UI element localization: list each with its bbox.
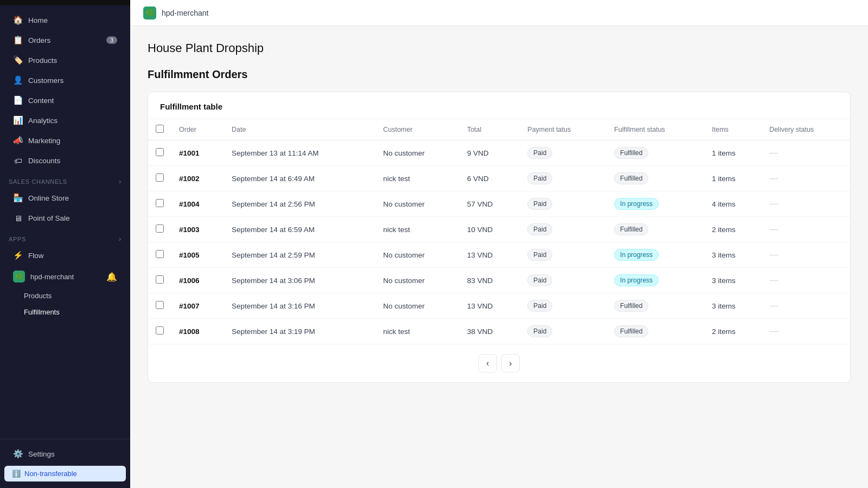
sidebar-item-settings[interactable]: ⚙️ Settings	[4, 444, 126, 464]
sidebar-item-content[interactable]: 📄 Content	[4, 91, 126, 110]
row-fulfillment-status: Fulfilled	[607, 140, 704, 166]
sidebar-item-marketing[interactable]: 📣 Marketing	[4, 131, 126, 150]
row-total: 13 VND	[459, 242, 520, 268]
row-checkbox-cell	[148, 319, 171, 344]
fulfillment-card: Fulfillment table Order Date Customer To…	[148, 92, 851, 383]
row-checkbox-cell	[148, 268, 171, 293]
sidebar-sub-label: Products	[24, 292, 52, 300]
sidebar: 🏠 Home 📋 Orders 3 🏷️ Products 👤 Customer…	[0, 0, 130, 488]
row-checkbox-cell	[148, 293, 171, 319]
online-store-icon: 🏪	[13, 193, 23, 203]
row-delivery-status: —	[762, 293, 850, 319]
row-fulfillment-status: Fulfilled	[607, 293, 704, 319]
sidebar-item-discounts[interactable]: 🏷 Discounts	[4, 151, 126, 170]
row-customer: nick test	[375, 319, 459, 344]
col-date: Date	[224, 119, 375, 140]
sidebar-item-analytics[interactable]: 📊 Analytics	[4, 111, 126, 130]
row-checkbox[interactable]	[156, 199, 164, 207]
point-of-sale-icon: 🖥	[13, 213, 23, 223]
sidebar-item-products[interactable]: 🏷️ Products	[4, 50, 126, 70]
col-total: Total	[459, 119, 520, 140]
row-delivery-status: —	[762, 191, 850, 217]
delivery-dash-icon: —	[769, 199, 778, 208]
row-checkbox-cell	[148, 191, 171, 217]
sidebar-sub-products[interactable]: Products	[4, 288, 126, 304]
row-fulfillment-status: Fulfilled	[607, 217, 704, 242]
row-fulfillment-status: In progress	[607, 191, 704, 217]
sidebar-sub-label: Fulfillments	[24, 308, 60, 316]
sidebar-merchant-item[interactable]: 🌿 hpd-merchant 🔔	[4, 266, 126, 287]
main-area: 🌿 hpd-merchant House Plant Dropship Fulf…	[130, 0, 868, 488]
merchant-name: hpd-merchant	[30, 273, 74, 281]
sidebar-item-point-of-sale[interactable]: 🖥 Point of Sale	[4, 208, 126, 228]
sales-channels-section: Sales channels ›	[0, 171, 130, 188]
select-all-checkbox[interactable]	[156, 125, 164, 133]
row-items: 2 items	[704, 217, 762, 242]
sidebar-item-home[interactable]: 🏠 Home	[4, 10, 126, 30]
row-delivery-status: —	[762, 166, 850, 191]
row-items: 3 items	[704, 268, 762, 293]
row-delivery-status: —	[762, 242, 850, 268]
row-order[interactable]: #1006	[171, 268, 224, 293]
row-order[interactable]: #1007	[171, 293, 224, 319]
sales-channels-chevron[interactable]: ›	[119, 177, 122, 185]
row-fulfillment-status: Fulfilled	[607, 319, 704, 344]
sidebar-item-label: Settings	[28, 450, 55, 458]
row-order[interactable]: #1002	[171, 166, 224, 191]
row-customer: No customer	[375, 242, 459, 268]
row-fulfillment-status: In progress	[607, 268, 704, 293]
topbar-merchant-name: hpd-merchant	[162, 9, 208, 17]
table-row: #1008 September 14 at 3:19 PM nick test …	[148, 319, 850, 344]
sidebar-item-orders[interactable]: 📋 Orders 3	[4, 30, 126, 50]
row-order[interactable]: #1008	[171, 319, 224, 344]
row-checkbox[interactable]	[156, 148, 164, 156]
col-fulfillment-status: Fulfillment status	[607, 119, 704, 140]
non-transferable-badge: ℹ️ Non-transferable	[4, 466, 126, 481]
sidebar-item-online-store[interactable]: 🏪 Online Store	[4, 188, 126, 208]
select-all-header	[148, 119, 171, 140]
row-order[interactable]: #1005	[171, 242, 224, 268]
row-order[interactable]: #1004	[171, 191, 224, 217]
analytics-icon: 📊	[13, 115, 23, 125]
col-delivery-status: Delivery status	[762, 119, 850, 140]
row-payment-status: Paid	[520, 242, 607, 268]
row-checkbox[interactable]	[156, 275, 164, 284]
notification-bell-icon[interactable]: 🔔	[106, 272, 117, 282]
sidebar-item-label: Analytics	[28, 117, 58, 125]
row-customer: No customer	[375, 293, 459, 319]
sidebar-sub-fulfillments[interactable]: Fulfillments	[4, 304, 126, 320]
row-order[interactable]: #1001	[171, 140, 224, 166]
row-checkbox[interactable]	[156, 174, 164, 182]
home-icon: 🏠	[13, 15, 23, 25]
row-payment-status: Paid	[520, 268, 607, 293]
row-checkbox[interactable]	[156, 301, 164, 309]
next-page-button[interactable]: ›	[501, 354, 520, 373]
row-items: 1 items	[704, 140, 762, 166]
apps-section: Apps ›	[0, 228, 130, 245]
row-order[interactable]: #1003	[171, 217, 224, 242]
sidebar-item-customers[interactable]: 👤 Customers	[4, 70, 126, 90]
row-checkbox[interactable]	[156, 224, 164, 233]
row-payment-status: Paid	[520, 217, 607, 242]
marketing-icon: 📣	[13, 136, 23, 145]
row-checkbox-cell	[148, 140, 171, 166]
delivery-dash-icon: —	[769, 326, 778, 336]
prev-page-button[interactable]: ‹	[478, 354, 497, 373]
table-row: #1004 September 14 at 2:56 PM No custome…	[148, 191, 850, 217]
row-total: 83 VND	[459, 268, 520, 293]
table-row: #1006 September 14 at 3:06 PM No custome…	[148, 268, 850, 293]
apps-chevron[interactable]: ›	[119, 235, 122, 243]
merchant-icon: 🌿	[13, 271, 25, 282]
row-checkbox[interactable]	[156, 250, 164, 258]
row-date: September 13 at 11:14 AM	[224, 140, 375, 166]
table-row: #1005 September 14 at 2:59 PM No custome…	[148, 242, 850, 268]
row-items: 1 items	[704, 166, 762, 191]
settings-icon: ⚙️	[13, 449, 23, 459]
sidebar-item-flow[interactable]: ⚡ Flow	[4, 246, 126, 265]
row-total: 13 VND	[459, 293, 520, 319]
topbar-merchant-icon: 🌿	[143, 7, 156, 20]
row-checkbox[interactable]	[156, 326, 164, 335]
row-payment-status: Paid	[520, 319, 607, 344]
delivery-dash-icon: —	[769, 275, 778, 285]
customers-icon: 👤	[13, 75, 23, 85]
